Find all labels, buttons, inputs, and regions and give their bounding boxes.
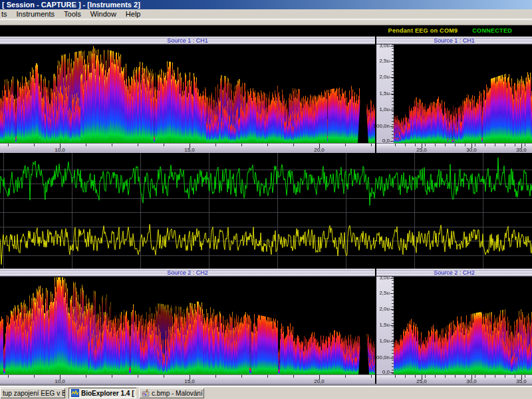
menu-bar: ts Instruments Tools Window Help xyxy=(0,9,532,19)
window-title: [ Session - CAPTURE ] - [Instruments 2] xyxy=(2,1,140,9)
y-tick-label: 2,0u xyxy=(379,307,390,312)
taskbar-button-bioexplorer[interactable]: BioExplorer 1.4 [ Desi... xyxy=(68,388,136,398)
application-window: [ Session - CAPTURE ] - [Instruments 2] … xyxy=(0,0,532,399)
panel-title-bar[interactable]: Source 2 : CH2 xyxy=(376,269,532,277)
panel-title-text: Source 2 : CH2 xyxy=(434,269,475,276)
y-tick-label: 1,5u xyxy=(379,91,390,96)
frequency-ruler: 25,0 30,0 35,0 xyxy=(376,374,532,384)
menu-item-help[interactable]: Help xyxy=(121,9,146,19)
amplitude-axis: 3,0u 2,5u 2,0u 1,5u 1,0u 500,0n 0,0 xyxy=(376,45,394,143)
spectrum-panel-source2-zoom: Source 2 : CH2 3,0u 2,5u 2,0u 1,5u 1,0u … xyxy=(376,269,532,384)
spectrum-panel-source2-main: Source 2 : CH2 10,0 15,0 20,0 xyxy=(0,269,375,384)
taskbar-button-label: c.bmp - Malování xyxy=(152,390,203,397)
device-status-text: Pendant EEG on COM9 xyxy=(388,27,458,34)
menu-item-window[interactable]: Window xyxy=(86,9,121,19)
bioexplorer-icon xyxy=(71,389,79,397)
panel-title-bar[interactable]: Source 1 : CH1 xyxy=(0,37,375,45)
ruler-minor-ticks xyxy=(395,375,532,378)
paint-icon xyxy=(142,389,150,397)
x-tick-label: 25,0 xyxy=(408,147,435,153)
x-tick-label: 20,0 xyxy=(306,147,332,153)
taskbar-button-eeg-document[interactable]: tup zapojení EEG v Br... xyxy=(0,388,65,398)
taskbar: tup zapojení EEG v Br... BioExplorer 1.4… xyxy=(0,386,532,399)
ruler-minor-ticks xyxy=(8,375,375,378)
y-tick-label: 2,5u xyxy=(379,59,390,64)
ruler-minor-ticks xyxy=(8,144,375,146)
taskbar-button-paint[interactable]: c.bmp - Malování xyxy=(139,388,204,398)
y-tick-label: 500,0n xyxy=(374,355,390,360)
y-tick-label: 1,0u xyxy=(379,338,390,344)
toolbar-strip xyxy=(0,19,532,25)
y-tick-label: 2,5u xyxy=(379,291,390,296)
device-status-bar: Pendant EEG on COM9 CONNECTED xyxy=(0,25,532,35)
oscilloscope-traces xyxy=(0,153,532,269)
ruler-minor-ticks xyxy=(395,144,532,146)
connection-status-text: CONNECTED xyxy=(472,27,512,34)
x-tick-label: 15,0 xyxy=(176,147,203,153)
panel-title-text: Source 2 : CH2 xyxy=(167,269,208,276)
panel-title-bar[interactable]: Source 2 : CH2 xyxy=(0,269,375,277)
instruments-workspace: Source 1 : CH1 10,0 15,0 20,0 Source 1 :… xyxy=(0,35,532,386)
frequency-ruler: 10,0 15,0 20,0 xyxy=(0,143,375,153)
spectrum-display xyxy=(394,277,532,374)
y-tick-label: 3,0u xyxy=(379,43,390,49)
x-tick-label: 35,0 xyxy=(508,147,532,153)
y-tick-label: 1,0u xyxy=(379,107,390,112)
y-tick-label: 500,0n xyxy=(374,124,390,129)
spectrum-panel-source1-zoom: Source 1 : CH1 3,0u 2,5u 2,0u 1,5u 1,0u … xyxy=(376,37,532,153)
frequency-ruler: 10,0 15,0 20,0 xyxy=(0,374,375,384)
panel-title-bar[interactable]: Source 1 : CH1 xyxy=(376,37,532,45)
x-tick-label: 10,0 xyxy=(47,147,73,153)
taskbar-button-label: tup zapojení EEG v Br... xyxy=(3,390,65,397)
menu-item-truncated[interactable]: ts xyxy=(0,9,12,19)
spectrum-display xyxy=(0,277,375,374)
x-tick-label: 30,0 xyxy=(458,147,485,153)
y-tick-label: 2,0u xyxy=(379,74,390,80)
amplitude-axis: 3,0u 2,5u 2,0u 1,5u 1,0u 500,0n 0,0 xyxy=(376,277,394,374)
y-tick-label: 3,0u xyxy=(379,275,390,281)
menu-item-tools[interactable]: Tools xyxy=(59,9,86,19)
panel-title-text: Source 1 : CH1 xyxy=(167,37,208,44)
frequency-ruler: 25,0 30,0 35,0 xyxy=(376,143,532,153)
spectrum-display xyxy=(394,45,532,143)
spectrum-panel-source1-main: Source 1 : CH1 10,0 15,0 20,0 xyxy=(0,37,375,153)
taskbar-button-label: BioExplorer 1.4 [ Desi... xyxy=(81,390,136,397)
y-tick-label: 1,5u xyxy=(379,323,390,328)
title-bar[interactable]: [ Session - CAPTURE ] - [Instruments 2] xyxy=(0,0,532,9)
spectrum-display xyxy=(0,45,375,143)
menu-item-instruments[interactable]: Instruments xyxy=(12,9,59,19)
panel-title-text: Source 1 : CH1 xyxy=(434,37,475,44)
